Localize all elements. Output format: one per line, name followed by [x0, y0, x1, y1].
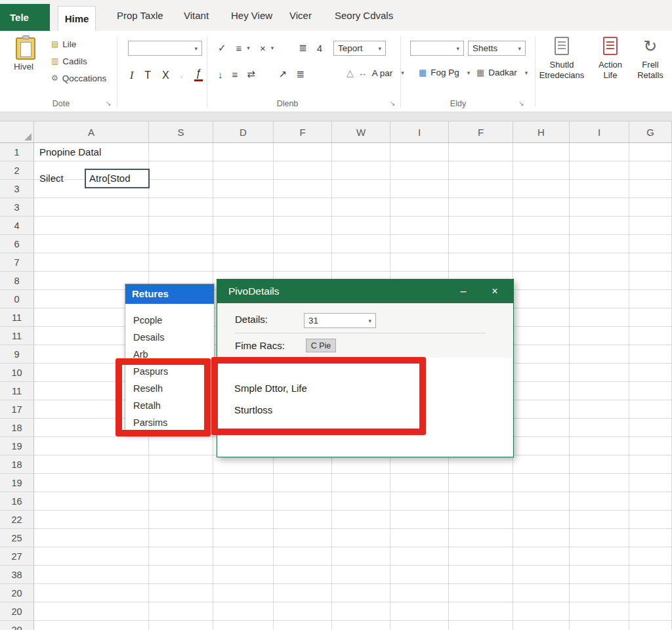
- grid-vline: [569, 143, 570, 630]
- column-header-6[interactable]: F: [449, 121, 513, 142]
- row-header-3[interactable]: 3: [0, 198, 33, 217]
- swap-icon[interactable]: ⇄: [247, 68, 255, 80]
- list-item-1[interactable]: Desails: [125, 329, 214, 346]
- row-header-4[interactable]: 4: [0, 217, 33, 235]
- row-header-7[interactable]: 8: [0, 272, 33, 290]
- fog-pg-button[interactable]: ▦ Fog Pg ▾: [419, 68, 470, 77]
- select-all-corner[interactable]: [0, 121, 34, 142]
- check-icon[interactable]: ✓: [218, 42, 226, 54]
- clear-icon[interactable]: × ▾: [260, 43, 274, 54]
- row-header-24[interactable]: 20: [0, 584, 33, 602]
- shutld-button[interactable]: Shutld Etredecians: [538, 37, 585, 81]
- apar-button[interactable]: △ ↔ A par ▾: [346, 68, 404, 78]
- tab-home-active[interactable]: Hime: [58, 6, 96, 31]
- row-header-2[interactable]: 3: [0, 180, 33, 198]
- row-header-8[interactable]: 0: [0, 290, 33, 308]
- row-header-21[interactable]: 25: [0, 529, 33, 547]
- menu-lines-icon[interactable]: ≡: [232, 69, 238, 80]
- row-header-15[interactable]: 18: [0, 419, 33, 437]
- row-header-26[interactable]: 20: [0, 621, 33, 630]
- row-header-23[interactable]: 38: [0, 566, 33, 584]
- row-header-22[interactable]: 27: [0, 547, 33, 566]
- red-annotation-box-dialog: Smple Dttor, Life Sturtloss: [211, 357, 426, 435]
- row-header-1[interactable]: 2: [0, 161, 33, 180]
- row-header-13[interactable]: 11: [0, 382, 33, 400]
- frell-retalls-button[interactable]: ↻ Frell Retalls: [630, 37, 671, 81]
- tab-seory-cdvals[interactable]: Seory Cdvals: [335, 0, 393, 31]
- row-header-11[interactable]: 9: [0, 345, 33, 364]
- note-line-1: Smple Dttor, Life: [234, 382, 307, 395]
- digit-four-icon[interactable]: 4: [317, 43, 322, 54]
- tab-prop-taxle[interactable]: Prop Taxle: [117, 0, 163, 31]
- paste-button-label[interactable]: Hivel: [14, 62, 33, 72]
- dadkar-button[interactable]: ▦ Dadkar ▾: [476, 68, 528, 77]
- clipboard-item-qoccations[interactable]: ⚙ Qoccations: [51, 72, 106, 85]
- details-label: Details:: [235, 314, 268, 325]
- column-header-5[interactable]: I: [390, 121, 449, 142]
- row-header-5[interactable]: 6: [0, 235, 33, 253]
- chevron-down-icon: ▾: [467, 70, 471, 76]
- font-name-dropdown[interactable]: ▾: [128, 41, 202, 56]
- tab-hey-view[interactable]: Hey View: [231, 0, 272, 31]
- text-style-button[interactable]: T: [144, 70, 151, 81]
- list-item-0[interactable]: Pcople: [125, 312, 214, 329]
- row-header-10[interactable]: 11: [0, 327, 33, 345]
- row-header-12[interactable]: 10: [0, 364, 33, 382]
- field-list-header[interactable]: Retures: [125, 284, 214, 304]
- strikethrough-button[interactable]: X: [162, 70, 169, 81]
- minimize-button[interactable]: –: [453, 280, 474, 303]
- fime-racs-label: Fime Racs:: [235, 340, 285, 351]
- file-tab[interactable]: Tele: [0, 4, 50, 31]
- details-dropdown[interactable]: 31 ▾: [304, 313, 376, 328]
- column-header-7[interactable]: H: [513, 121, 570, 142]
- triangle-icon: △: [346, 68, 354, 78]
- action-life-button[interactable]: Action Life: [589, 37, 632, 81]
- arrow-down-icon[interactable]: ↓: [218, 69, 223, 80]
- teport-dropdown[interactable]: Teport ▾: [333, 41, 386, 56]
- lines-icon[interactable]: ≣: [296, 68, 304, 80]
- column-header-9[interactable]: G: [629, 121, 672, 142]
- column-header-0[interactable]: A: [34, 121, 149, 142]
- column-header-8[interactable]: I: [570, 121, 629, 142]
- document-lines-icon: [555, 37, 569, 55]
- italic-button[interactable]: I: [130, 70, 133, 81]
- font-color-button[interactable]: ƒ: [194, 68, 203, 81]
- clipboard-item-lile[interactable]: ▤ Lile: [51, 37, 76, 51]
- dialog-launcher-icon[interactable]: ↘: [106, 100, 111, 107]
- shetts-dropdown[interactable]: Shetts ▾: [468, 41, 526, 56]
- number-format-dropdown[interactable]: ▾: [410, 41, 464, 56]
- close-icon[interactable]: ×: [484, 280, 505, 303]
- row-header-25[interactable]: 20: [0, 602, 33, 621]
- tab-vicer[interactable]: Vicer: [289, 0, 312, 31]
- row-header-17[interactable]: 18: [0, 455, 33, 474]
- group-label-alignment: Dlenb: [264, 99, 310, 108]
- row-header-19[interactable]: 16: [0, 492, 33, 511]
- column-header-4[interactable]: W: [332, 121, 390, 142]
- refresh-icon: ↻: [644, 37, 658, 55]
- copy-icon: ▥: [51, 56, 58, 66]
- column-header-1[interactable]: S: [149, 121, 213, 142]
- group-label-number: Eldy: [435, 99, 481, 108]
- align-menu-icon[interactable]: ≡ ▾: [236, 43, 250, 54]
- row-header-0[interactable]: 1: [0, 143, 33, 161]
- clipboard-item-cadils[interactable]: ▥ Cadils: [51, 54, 87, 68]
- chevron-down-icon: ▾: [525, 70, 528, 76]
- row-header-14[interactable]: 17: [0, 400, 33, 419]
- lines-icon[interactable]: ≣: [299, 42, 307, 54]
- document-red-icon: [603, 37, 618, 55]
- column-header-2[interactable]: D: [213, 121, 274, 142]
- row-header-6[interactable]: 7: [0, 253, 33, 272]
- dialog-launcher-icon[interactable]: ↘: [390, 100, 395, 107]
- group-label-clipboard: Dote: [38, 99, 84, 108]
- row-header-18[interactable]: 19: [0, 474, 33, 492]
- row-header-16[interactable]: 19: [0, 437, 33, 455]
- tab-vitant[interactable]: Vitant: [184, 0, 209, 31]
- arrow-upright-icon[interactable]: ↗: [279, 68, 287, 80]
- dialog-launcher-icon[interactable]: ↘: [518, 100, 524, 107]
- selected-cell[interactable]: Atro[Stod: [85, 169, 150, 188]
- row-header-20[interactable]: 22: [0, 511, 33, 529]
- c-pie-chip[interactable]: C Pie: [306, 339, 336, 352]
- paste-icon[interactable]: [16, 37, 35, 60]
- column-header-3[interactable]: F: [274, 121, 332, 142]
- row-header-9[interactable]: 11: [0, 308, 33, 327]
